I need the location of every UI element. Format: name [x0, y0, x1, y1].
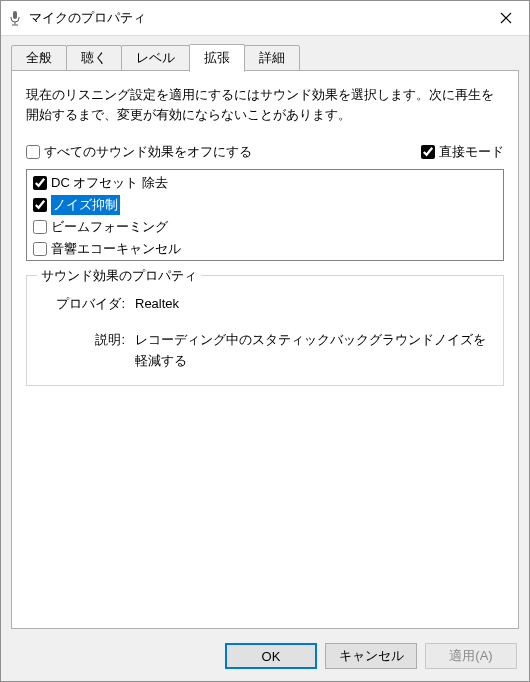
effect-label: DC オフセット 除去 [51, 173, 168, 193]
effect-checkbox[interactable] [33, 198, 47, 212]
effect-label: ビームフォーミング [51, 217, 168, 237]
description-value: レコーディング中のスタティックバックグラウンドノイズを軽減する [135, 330, 489, 370]
apply-button[interactable]: 適用(A) [425, 643, 517, 669]
title-bar: マイクのプロパティ [1, 1, 529, 36]
disable-all-effects-input[interactable] [26, 145, 40, 159]
effects-list[interactable]: DC オフセット 除去 ノイズ抑制 ビームフォーミング 音響エコーキャンセル [26, 169, 504, 261]
group-legend: サウンド効果のプロパティ [37, 267, 201, 285]
tab-levels[interactable]: レベル [121, 45, 190, 71]
provider-value: Realtek [135, 294, 489, 314]
tab-general[interactable]: 全般 [11, 45, 67, 71]
direct-mode-label: 直接モード [439, 143, 504, 161]
effect-item-beamforming[interactable]: ビームフォーミング [29, 216, 501, 238]
intro-text: 現在のリスニング設定を適用にするにはサウンド効果を選択します。次に再生を開始する… [26, 85, 504, 125]
cancel-button[interactable]: キャンセル [325, 643, 417, 669]
tab-advanced[interactable]: 詳細 [244, 45, 300, 71]
effect-label: ノイズ抑制 [51, 195, 120, 215]
tab-listen[interactable]: 聴く [66, 45, 122, 71]
microphone-icon [7, 10, 23, 26]
effect-item-noise-suppression[interactable]: ノイズ抑制 [29, 194, 501, 216]
dialog-window: マイクのプロパティ 全般 聴く レベル 拡張 詳細 現在のリスニング設定を適用に… [0, 0, 530, 682]
effect-item-dc-offset[interactable]: DC オフセット 除去 [29, 172, 501, 194]
description-key: 説明: [41, 330, 135, 370]
effect-checkbox[interactable] [33, 176, 47, 190]
button-row: OK キャンセル 適用(A) [1, 635, 529, 681]
direct-mode-checkbox[interactable]: 直接モード [421, 143, 504, 161]
svg-rect-1 [15, 22, 16, 25]
tab-page-enhancements: 現在のリスニング設定を適用にするにはサウンド効果を選択します。次に再生を開始する… [11, 71, 519, 629]
effect-checkbox[interactable] [33, 220, 47, 234]
tab-strip: 全般 聴く レベル 拡張 詳細 [1, 36, 529, 71]
effect-label: 音響エコーキャンセル [51, 239, 181, 259]
ok-button[interactable]: OK [225, 643, 317, 669]
tab-enhancements[interactable]: 拡張 [189, 44, 245, 72]
provider-key: プロバイダ: [41, 294, 135, 314]
disable-all-effects-label: すべてのサウンド効果をオフにする [44, 143, 252, 161]
close-button[interactable] [483, 1, 529, 35]
direct-mode-input[interactable] [421, 145, 435, 159]
effect-item-acoustic-echo-cancel[interactable]: 音響エコーキャンセル [29, 238, 501, 260]
svg-rect-2 [12, 25, 18, 26]
effect-properties-group: サウンド効果のプロパティ プロバイダ: Realtek 説明: レコーディング中… [26, 275, 504, 385]
window-title: マイクのプロパティ [29, 9, 483, 27]
svg-rect-0 [13, 11, 17, 19]
disable-all-effects-checkbox[interactable]: すべてのサウンド効果をオフにする [26, 143, 252, 161]
effect-checkbox[interactable] [33, 242, 47, 256]
client-area: 全般 聴く レベル 拡張 詳細 現在のリスニング設定を適用にするにはサウンド効果… [1, 36, 529, 681]
